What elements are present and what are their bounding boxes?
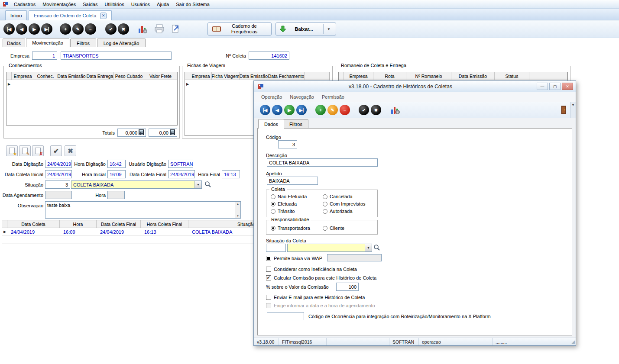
- checkbox-enviar-email[interactable]: Enviar E-mail para este Histórico de Col…: [266, 294, 365, 300]
- situacao-coleta-code-field[interactable]: [266, 244, 286, 252]
- empresa-name-field[interactable]: TRANSPORTES: [61, 52, 172, 60]
- baixar-button[interactable]: Baixar... ▼: [275, 23, 336, 35]
- dialog-titlebar[interactable]: v3.18.00 - Cadastro de Históricos de Col…: [254, 81, 576, 92]
- apelido-field[interactable]: BAIXADA: [267, 177, 318, 185]
- chart-button[interactable]: [137, 23, 149, 35]
- column-header-data-fechamento[interactable]: Data Fechamento: [268, 72, 305, 80]
- column-header-data-emissao[interactable]: Data Emissão: [57, 72, 86, 80]
- radio-cancelada[interactable]: Cancelada: [323, 193, 353, 200]
- edit-button[interactable]: ✎: [327, 105, 338, 115]
- column-header-hora[interactable]: Hora: [60, 220, 97, 228]
- record-edit-button[interactable]: ✎: [19, 145, 31, 156]
- situacao-coleta-combobox[interactable]: ▼: [287, 244, 372, 252]
- record-new-button[interactable]: ★: [6, 145, 18, 156]
- column-header-data-emissao[interactable]: Data Emissão: [451, 72, 495, 80]
- checkbox-calcular-comissao[interactable]: Calcular Comissão para este Histórico de…: [266, 274, 376, 281]
- record-delete-button[interactable]: ✗: [32, 145, 44, 156]
- radio-transito[interactable]: Trânsito: [271, 208, 295, 214]
- record-confirm-button[interactable]: ✔: [50, 145, 62, 156]
- tab-filtros[interactable]: Filtros: [283, 119, 308, 129]
- codigo-field[interactable]: 3: [278, 140, 297, 148]
- column-header-ficha-viagem[interactable]: Ficha Viagem: [212, 72, 240, 80]
- comissao-field[interactable]: 100: [336, 283, 359, 291]
- first-record-button[interactable]: |◀: [260, 105, 270, 115]
- toolbar-overflow-scrollbar[interactable]: ▼: [570, 102, 576, 118]
- tab-filtros[interactable]: Filtros: [70, 39, 96, 47]
- minimize-button[interactable]: —: [537, 83, 548, 90]
- calculator-icon[interactable]: [139, 129, 144, 136]
- column-header-empresa[interactable]: Empresa: [12, 72, 34, 80]
- tab-dados[interactable]: Dados: [3, 39, 25, 47]
- first-record-button[interactable]: |◀: [3, 23, 15, 35]
- cancel-button[interactable]: ✖: [118, 23, 129, 35]
- empresa-code-field[interactable]: 1: [32, 52, 57, 60]
- radio-cliente[interactable]: Cliente: [323, 225, 344, 231]
- observacao-scrollbar[interactable]: ▲ ▼: [235, 202, 240, 218]
- radio-com-imprevistos[interactable]: Com Imprevistos: [323, 201, 366, 207]
- numero-coleta-field[interactable]: 141602: [249, 52, 289, 60]
- column-header-rota[interactable]: Rota: [373, 72, 406, 80]
- next-record-button[interactable]: ▶: [29, 23, 40, 35]
- usuario-digitacao-field[interactable]: SOFTRAN: [168, 160, 193, 168]
- data-coleta-final-field[interactable]: 24/04/2019: [168, 170, 195, 178]
- last-record-button[interactable]: ▶|: [296, 105, 307, 115]
- menu-item-navegacao[interactable]: Navegação: [286, 93, 318, 101]
- wap-extra-field[interactable]: [327, 254, 382, 261]
- situacao-combobox[interactable]: COLETA BAIXADA ▼: [71, 180, 202, 189]
- menu-item-movimentacoes[interactable]: Movimentações: [39, 0, 79, 8]
- empty-row[interactable]: ▶: [6, 80, 177, 88]
- scroll-up-icon[interactable]: ▲: [237, 202, 239, 206]
- baixar-dropdown-icon[interactable]: ▼: [325, 27, 332, 31]
- radio-autorizada[interactable]: Autorizada: [323, 208, 353, 214]
- descricao-field[interactable]: COLETA BAIXADA: [267, 158, 378, 167]
- checkbox-considerar-ineficiencia[interactable]: Considerar como Ineficiência na Coleta: [266, 266, 357, 272]
- column-header-status[interactable]: Status: [495, 72, 529, 80]
- menu-item-saidas[interactable]: Saídas: [79, 0, 101, 8]
- last-record-button[interactable]: ▶|: [41, 23, 52, 35]
- chart-button[interactable]: [390, 104, 401, 116]
- tab-log-alteracao[interactable]: Log de Alteração: [97, 39, 146, 47]
- previous-record-button[interactable]: ◀: [272, 105, 282, 115]
- next-record-button[interactable]: ▶: [284, 105, 295, 115]
- menu-item-permissao[interactable]: Permissão: [318, 93, 348, 101]
- confirm-button[interactable]: ✔: [359, 105, 369, 115]
- confirm-button[interactable]: ✔: [105, 23, 117, 35]
- insert-button[interactable]: ＋: [60, 23, 71, 35]
- tab-close-icon[interactable]: ✕: [100, 13, 107, 19]
- checkbox-permite-baixa-wap[interactable]: Permite baixa via WAP: [266, 255, 322, 261]
- chevron-down-icon[interactable]: ▼: [365, 244, 372, 251]
- previous-record-button[interactable]: ◀: [16, 23, 27, 35]
- radio-transportadora[interactable]: Transportadora: [271, 225, 310, 231]
- radio-efetuada[interactable]: Efetuada: [271, 201, 297, 207]
- delete-button[interactable]: −: [85, 23, 96, 35]
- hora-agendamento-field[interactable]: [107, 191, 125, 199]
- total-peso-field[interactable]: 0,000: [117, 129, 146, 137]
- radio-nao-efetuada[interactable]: Não Efetuada: [271, 193, 307, 200]
- column-header-empresa[interactable]: Empresa: [344, 72, 373, 80]
- column-header-empresa[interactable]: Empresa: [190, 72, 212, 80]
- column-header-data-coleta[interactable]: Data Coleta: [7, 220, 60, 228]
- cancel-button[interactable]: ✖: [371, 105, 381, 115]
- column-header-valor-frete[interactable]: Valor Frete: [144, 72, 177, 80]
- chevron-down-icon[interactable]: ▼: [194, 181, 201, 188]
- close-button[interactable]: ✕: [562, 83, 573, 90]
- menu-item-usuarios[interactable]: Usuários: [128, 0, 153, 8]
- caderno-frequencias-button[interactable]: Caderno de Frequências: [207, 23, 272, 35]
- calculator-icon[interactable]: [170, 129, 175, 136]
- column-header-conhec[interactable]: Conhec.: [34, 72, 57, 80]
- export-button[interactable]: [170, 23, 181, 35]
- checkbox-exige-agendamento[interactable]: Exige informar a data e a hora de agenda…: [266, 302, 375, 309]
- situacao-code-field[interactable]: 3: [45, 180, 70, 189]
- edit-button[interactable]: ✎: [72, 23, 84, 35]
- data-agendamento-field[interactable]: [45, 191, 72, 199]
- exit-button[interactable]: [560, 105, 567, 115]
- ocorrencia-field[interactable]: [267, 312, 304, 320]
- column-header-hora-coleta-final[interactable]: Hora Coleta Final: [141, 220, 188, 228]
- tab-emissao-ordem-coleta[interactable]: Emissão de Ordem de Coleta ✕: [29, 10, 112, 20]
- maximize-button[interactable]: ▢: [549, 83, 561, 90]
- tab-inicio[interactable]: Início: [5, 10, 27, 20]
- hora-inicial-field[interactable]: 16:09: [107, 170, 126, 178]
- resize-grip-icon[interactable]: ◢: [571, 339, 576, 344]
- tab-dados[interactable]: Dados: [258, 119, 284, 129]
- scroll-down-icon[interactable]: ▼: [237, 214, 239, 218]
